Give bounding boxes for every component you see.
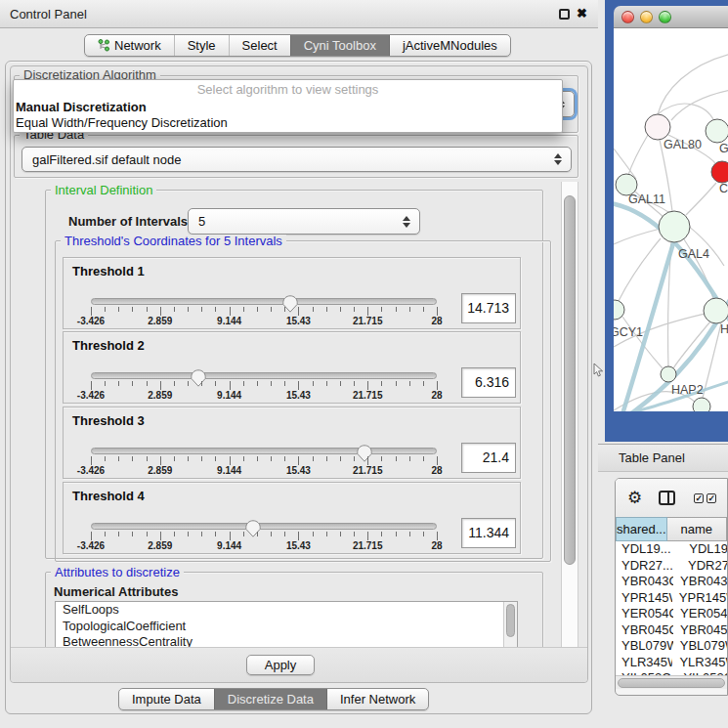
tab-style[interactable]: Style [174, 35, 229, 56]
cell-name: YBL079W [673, 638, 727, 655]
apply-bar: Apply [11, 647, 587, 682]
attribute-list-item[interactable]: SelfLoops [56, 602, 517, 619]
slider-ticks [91, 381, 437, 390]
network-node-gal80[interactable] [645, 114, 670, 140]
column-header-name[interactable]: name [667, 517, 727, 541]
minimize-traffic-light-icon[interactable] [640, 11, 653, 23]
network-node-ga[interactable] [706, 119, 728, 143]
network-node-label: GAL80 [664, 138, 702, 151]
attributes-group-title: Attributes to discretize [51, 566, 184, 578]
attribute-list-item[interactable]: TopologicalCoefficient [56, 619, 517, 635]
slider-tick-labels: -3.4262.8599.14415.4321.71528 [91, 465, 437, 476]
threshold-panel-2: Threshold 2-3.4262.8599.14415.4321.71528… [63, 331, 521, 404]
table-row[interactable]: YDR27...YDR27 [616, 558, 727, 575]
spinner-arrows-icon [402, 216, 410, 228]
network-icon [98, 39, 109, 52]
num-intervals-spinner[interactable]: 5 [188, 208, 420, 235]
num-intervals-value: 5 [189, 214, 402, 229]
slider-tick-labels: -3.4262.8599.14415.4321.71528 [91, 316, 437, 326]
table-row[interactable]: YPR145WYPR145W [616, 590, 727, 607]
numerical-attributes-list[interactable]: SelfLoopsTopologicalCoefficientBetweenne… [55, 601, 518, 647]
tab-select[interactable]: Select [229, 35, 290, 56]
tab-network[interactable]: Network [85, 35, 174, 56]
cell-name: YBR045C [673, 622, 727, 639]
cell-name: YER054C [673, 606, 727, 622]
attribute-list-item[interactable]: BetweennessCentrality [56, 634, 517, 647]
slider-track[interactable] [91, 523, 437, 530]
cell-shared-name: YPR145W [616, 590, 672, 607]
combo-arrows-icon [553, 153, 562, 165]
cell-shared-name: YDL19... [616, 541, 682, 558]
network-node[interactable] [693, 398, 710, 411]
slider-tick-labels: -3.4262.8599.14415.4321.71528 [91, 540, 437, 551]
cell-name: YPR145W [672, 590, 727, 607]
gear-icon[interactable]: ⚙ [627, 490, 642, 506]
table-data-combobox[interactable]: galFiltered.sif default node [21, 147, 572, 172]
slider-tick-labels: -3.4262.8599.14415.4321.71528 [91, 390, 437, 401]
network-node-h[interactable] [704, 298, 728, 323]
mouse-cursor [593, 364, 605, 379]
cell-name: YDL19 [682, 541, 727, 558]
table-hscrollbar-thumb[interactable] [618, 678, 725, 688]
slider-track[interactable] [91, 372, 437, 379]
settings-scroll-area: Interval Definition Number of Intervals … [13, 182, 560, 647]
threshold-value-field[interactable]: 14.713 [461, 293, 516, 323]
slider-track[interactable] [91, 298, 437, 305]
slider-ticks [91, 532, 437, 540]
table-row[interactable]: YDL19...YDL19 [616, 541, 727, 558]
checkbox-icon[interactable]: ✓ [694, 493, 704, 503]
threshold-value-field[interactable]: 21.4 [461, 443, 516, 473]
table-row[interactable]: YBL079WYBL079W [616, 638, 727, 655]
checkbox-icons[interactable]: ✓ ✓ [694, 493, 716, 503]
dropdown-prompt-item[interactable]: Select algorithm to view settings [14, 80, 562, 100]
network-node-hap2[interactable] [661, 366, 676, 382]
tab-cyni-toolbox[interactable]: Cyni Toolbox [290, 35, 389, 56]
tab-impute-data[interactable]: Impute Data [119, 689, 214, 709]
table-row[interactable]: YBR045CYBR045C [616, 622, 727, 639]
dropdown-option-equal-width[interactable]: Equal Width/Frequency Discretization [14, 115, 562, 131]
close-traffic-light-icon[interactable] [621, 11, 634, 23]
table-row[interactable]: YBR043CYBR043C [616, 574, 727, 590]
slider-track[interactable] [91, 448, 437, 454]
threshold-label: Threshold 3 [72, 413, 145, 428]
network-node-gal4[interactable] [659, 211, 690, 242]
column-layout-icon[interactable] [659, 491, 675, 505]
table-panel-title: Table Panel [619, 450, 685, 465]
apply-button[interactable]: Apply [246, 655, 315, 675]
table-row[interactable]: YLR345WYLR345W [616, 655, 727, 671]
float-window-icon[interactable] [559, 9, 570, 20]
threshold-label: Threshold 4 [72, 489, 145, 503]
close-icon[interactable]: ✖ [577, 6, 587, 21]
dropdown-option-manual[interactable]: Manual Discretization [14, 100, 562, 115]
cell-shared-name: YDR27... [616, 558, 681, 575]
tab-jactivemnodules[interactable]: jActiveMNodules [389, 35, 510, 56]
table-hscrollbar[interactable] [616, 675, 727, 689]
network-node-c[interactable] [711, 161, 728, 183]
cell-shared-name: YER054C [616, 606, 673, 622]
network-canvas[interactable]: GAL80GACGAL11GAL4GCY1HHAP2 [614, 28, 728, 411]
threshold-label: Threshold 2 [72, 338, 145, 353]
slider-ticks [91, 456, 437, 465]
slider-ticks [91, 307, 437, 316]
thresholds-group-title: Threshold's Coordinates for 5 Intervals [61, 235, 286, 247]
network-window-titlebar[interactable] [614, 6, 728, 28]
tab-discretize-data[interactable]: Discretize Data [214, 689, 326, 709]
list-scrollbar[interactable] [503, 602, 517, 647]
column-header-shared-name[interactable]: shared... [616, 517, 667, 541]
settings-scrollbar-thumb[interactable] [564, 195, 576, 565]
settings-scrollbar[interactable] [561, 182, 578, 647]
threshold-value-field[interactable]: 6.316 [461, 367, 516, 398]
threshold-panel-4: Threshold 4-3.4262.8599.14415.4321.71528… [63, 482, 521, 554]
tab-infer-network[interactable]: Infer Network [326, 689, 428, 709]
table-row[interactable]: YER054CYER054C [616, 606, 727, 622]
network-node-label: H [720, 322, 728, 336]
threshold-label: Threshold 1 [72, 264, 145, 278]
checkbox-icon[interactable]: ✓ [707, 493, 716, 503]
mode-tabs: Impute DataDiscretize DataInfer Network [118, 688, 429, 710]
zoom-traffic-light-icon[interactable] [659, 11, 671, 23]
view-tabs: NetworkStyleSelectCyni ToolboxjActiveMNo… [84, 34, 511, 57]
interval-definition-title: Interval Definition [51, 184, 156, 196]
threshold-value-field[interactable]: 11.344 [461, 518, 516, 548]
thresholds-groupbox: Threshold 1-3.4262.8599.14415.4321.71528… [55, 240, 551, 562]
numerical-attributes-label: Numerical Attributes [54, 584, 178, 599]
